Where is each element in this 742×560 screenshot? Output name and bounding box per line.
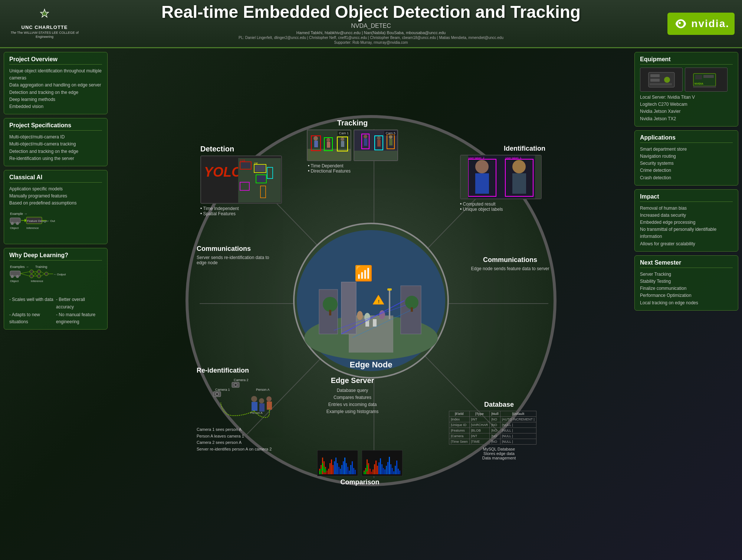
app-item-3: Security systems [640,160,733,167]
deep-learning-diagram-svg: Examples → Training Object [9,263,98,293]
svg-line-27 [20,272,30,274]
comm-right-title: Communications [467,256,553,264]
reidentification-svg: Camera 2 Camera 1 Person A Person A [197,377,286,425]
identification-title: Identification [460,145,545,153]
svg-line-28 [20,274,30,276]
svg-rect-180 [392,468,393,474]
db-label-2: Stores edge data [449,451,549,456]
header-left: UNC CHARLOTTE The The WILLIAM STATES LEE… [7,8,82,39]
impact-title: Impact [640,193,733,202]
svg-rect-59 [319,289,338,334]
next-semester-title: Next Semester [640,259,733,268]
edge-node-label: Edge Node [350,360,393,370]
svg-point-3 [678,21,684,27]
database-table: |Field|Type|Null|Default |Index|INT|NO|A… [449,411,536,445]
jetson-icon: NVIDIA [692,71,721,89]
svg-rect-77 [389,289,390,319]
svg-rect-179 [390,464,391,474]
svg-point-192 [216,393,219,396]
svg-text:Object: Object [10,279,19,283]
svg-text:📶: 📶 [354,264,373,282]
benefit-1: - Scales well with data [9,296,55,310]
svg-text:!: ! [378,299,380,304]
svg-rect-175 [384,469,385,474]
svg-rect-144 [337,463,338,474]
svg-rect-168 [364,472,365,474]
svg-text:user label: 2: user label: 2 [468,156,485,160]
svg-point-8 [16,222,19,225]
svg-rect-149 [344,458,345,474]
impact-item-4: No transmittal of personally identifiabl… [640,226,733,240]
svg-rect-107 [255,165,265,171]
svg-rect-153 [350,465,351,474]
classical-ai-panel: Classical AI Application specific models… [4,170,108,245]
svg-point-99 [389,135,393,139]
benefit-4: - No manual feature engineering [56,311,102,325]
classical-item-1: Application specific models [9,186,102,193]
svg-text:Example →: Example → [10,212,27,216]
edge-server-text: Database query Compares features Entries… [304,387,401,416]
inner-circle: 📶 ! Edge Node [293,223,449,379]
svg-rect-91 [354,151,398,161]
identification-features: Computed result Unique object labels [460,202,545,212]
tracking-images: Cam 1 [301,130,404,161]
svg-rect-136 [332,465,334,474]
svg-point-4 [679,22,681,24]
app-item-5: Crash detection [640,174,733,181]
app-item-2: Navigation routing [640,153,733,160]
db-label-3: Data management [449,456,549,460]
detection-feature-1: Time Independent [200,206,286,211]
svg-text:YOLO: YOLO [204,164,242,180]
svg-rect-146 [340,469,341,474]
classical-item-3: Based on predefined assumptions [9,200,102,207]
diagram-container: 📶 ! Edge Node [186,115,556,490]
id-feature-2: Unique object labels [460,207,545,212]
comparison-section: Comparison [304,450,416,486]
identification-section: Identification user label: 2 [460,145,545,212]
reid-story-1: Camera 1 sees person A [197,426,293,433]
es-item-4: Example using histograms [304,408,401,415]
edge-server-section: Edge Server Database query Compares feat… [304,376,401,416]
project-overview-text: Unique object identification throughout … [9,68,102,110]
yolo-detection-svg: YOLO 7 [201,156,282,204]
svg-rect-137 [319,471,320,474]
svg-rect-194 [252,402,257,411]
db-label-1: MySQL Database [449,447,549,451]
svg-point-88 [341,137,344,141]
svg-rect-177 [387,462,388,474]
impact-item-3: Embedded edge processing [640,219,733,226]
svg-rect-143 [335,458,336,474]
equip-item-4: Nvidia Jetson TX2 [640,115,733,122]
impact-item-1: Removal of human bias [640,205,733,212]
svg-rect-96 [364,138,367,146]
tracking-feature-1: Time Dependent [308,163,404,168]
svg-rect-60 [341,282,356,334]
svg-line-33 [41,272,45,274]
svg-rect-142 [334,461,335,474]
svg-rect-161 [368,463,369,474]
equipment-title: Equipment [640,56,733,65]
svg-line-34 [41,274,45,276]
svg-rect-141 [325,469,326,472]
impact-item-5: Allows for greater scalability [640,240,733,248]
svg-rect-155 [353,468,354,474]
svg-text:Person A: Person A [256,388,270,392]
svg-rect-105 [241,163,250,168]
svg-rect-169 [365,469,366,474]
svg-rect-151 [347,467,348,474]
project-specs-text: Multi-object/multi-camera ID Multi-objec… [9,134,102,162]
comm-left-title: Communications [197,245,278,253]
svg-rect-124 [461,155,468,199]
svg-point-84 [313,136,318,141]
classical-ai-title: Classical AI [9,174,102,183]
svg-rect-156 [355,470,356,474]
svg-text:Inference: Inference [26,226,39,230]
left-panels: Project Overview Unique object identific… [4,52,108,330]
svg-point-196 [259,398,264,403]
classical-diagram: Example → Object Feature Design → Out [9,210,102,240]
reid-story-2: Person A leaves camera 1 [197,433,293,440]
overview-item-3: Detection and tracking on the edge [9,89,102,96]
deep-learning-benefits: - Scales well with data - Better overall… [9,296,102,325]
authors-line: Hamed Tabkhi, htabkhiv@uncc.edu | Nan(Na… [89,30,653,35]
spec-item-2: Multi-object/multi-camera tracking [9,141,102,148]
